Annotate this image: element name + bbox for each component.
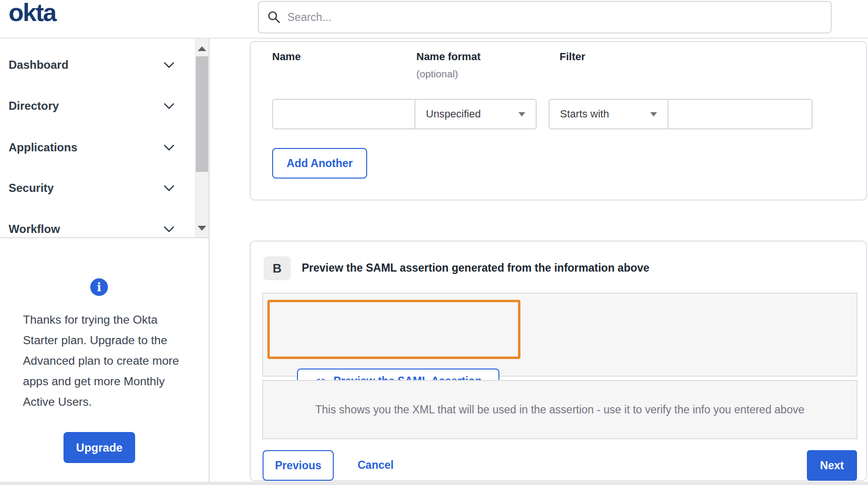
trial-message: Thanks for trying the Okta Starter plan.… — [23, 309, 180, 412]
chevron-down-icon — [164, 140, 175, 151]
add-another-button[interactable]: Add Another — [272, 148, 367, 179]
sidebar-item-label: Dashboard — [9, 58, 68, 72]
chevron-down-icon — [164, 98, 175, 109]
sidebar-item-label: Workflow — [9, 222, 60, 236]
chevron-down-icon — [164, 221, 175, 232]
filter-type-select[interactable]: Starts with — [549, 99, 668, 129]
preview-assertion-card: B Preview the SAML assertion generated f… — [250, 241, 867, 481]
upgrade-button[interactable]: Upgrade — [64, 432, 135, 463]
next-button[interactable]: Next — [807, 450, 857, 481]
sidebar-item-directory[interactable]: Directory — [0, 93, 187, 119]
previous-button[interactable]: Previous — [263, 450, 334, 481]
okta-admin-page: okta Dashboard Directory Applications Se… — [0, 0, 868, 485]
step-badge: B — [264, 256, 291, 280]
assertion-note-panel: This shows you the XML that will be used… — [262, 380, 857, 439]
sidebar-item-workflow[interactable]: Workflow — [0, 216, 187, 242]
sidebar-item-security[interactable]: Security — [0, 175, 187, 201]
caret-down-icon — [650, 112, 657, 116]
name-format-label: Name format — [416, 51, 480, 63]
name-format-optional-label: (optional) — [416, 68, 458, 80]
preview-button-panel: <> Preview the SAML Assertion — [262, 293, 857, 377]
name-format-select[interactable]: Unspecified — [414, 99, 537, 129]
okta-logo: okta — [9, 0, 56, 27]
attribute-name-field — [272, 99, 415, 129]
chevron-down-icon — [164, 180, 175, 191]
attribute-name-input[interactable] — [273, 100, 414, 128]
sidebar-item-dashboard[interactable]: Dashboard — [0, 52, 187, 78]
caret-down-icon — [519, 112, 525, 116]
filter-value-field — [667, 99, 813, 129]
section-title: Preview the SAML assertion generated fro… — [302, 262, 649, 274]
sidebar-item-label: Applications — [9, 141, 77, 154]
name-format-value: Unspecified — [426, 108, 481, 120]
name-label: Name — [272, 51, 301, 63]
annotation-highlight-box — [267, 300, 520, 359]
content-divider — [209, 39, 210, 482]
search-input[interactable] — [287, 11, 803, 24]
scroll-down-icon[interactable] — [198, 226, 206, 231]
scrollbar-thumb[interactable] — [196, 56, 208, 172]
info-icon: i — [90, 278, 108, 296]
sidebar-divider — [0, 237, 209, 238]
assertion-note: This shows you the XML that will be used… — [315, 403, 804, 416]
cancel-button[interactable]: Cancel — [358, 459, 393, 472]
sidebar-item-label: Directory — [9, 99, 59, 113]
scroll-up-icon[interactable] — [198, 46, 206, 51]
filter-value-input[interactable] — [668, 100, 812, 128]
search-box — [258, 1, 832, 33]
sidebar-item-applications[interactable]: Applications — [0, 134, 187, 161]
search-icon — [267, 11, 281, 24]
sidebar-item-label: Security — [9, 181, 54, 195]
filter-type-value: Starts with — [560, 108, 609, 120]
filter-label: Filter — [560, 51, 585, 63]
chevron-down-icon — [164, 57, 175, 68]
page-bottom-edge — [0, 482, 868, 485]
attribute-statements-card: Name Name format (optional) Filter Unspe… — [250, 41, 867, 200]
